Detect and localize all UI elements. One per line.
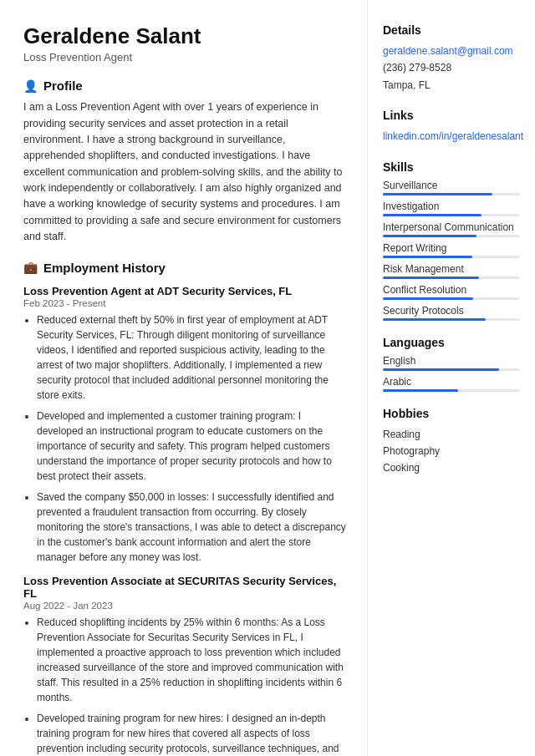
skill-bar-fill-3 xyxy=(383,256,472,258)
skill-bar-fill-1 xyxy=(383,214,482,216)
skill-label-1: Investigation xyxy=(383,200,520,212)
hobby-item-1: Photography xyxy=(383,443,520,459)
links-section-title: Links xyxy=(383,109,520,122)
language-item-0: English xyxy=(383,355,520,371)
job-1-bullets: Reduced external theft by 50% in first y… xyxy=(23,312,349,565)
job-2-bullets: Reduced shoplifting incidents by 25% wit… xyxy=(23,615,349,756)
employment-icon: 💼 xyxy=(23,261,38,274)
skill-label-4: Risk Management xyxy=(383,263,520,275)
skill-label-6: Security Protocols xyxy=(383,305,520,317)
language-label-0: English xyxy=(383,355,520,367)
skill-bar-fill-0 xyxy=(383,193,492,195)
skills-section-title: Skills xyxy=(383,160,520,174)
skill-bar-fill-2 xyxy=(383,235,476,237)
links-linkedin[interactable]: linkedin.com/in/geraldenesalant xyxy=(383,128,520,145)
language-label-1: Arabic xyxy=(383,376,520,388)
right-column: Details geraldene.salant@gmail.com (236)… xyxy=(368,0,535,756)
hobbies-list: ReadingPhotographyCooking xyxy=(383,426,520,477)
skill-bar-bg-1 xyxy=(383,214,520,216)
hobby-item-2: Cooking xyxy=(383,459,520,476)
job-1-bullet-3: Saved the company $50,000 in losses: I s… xyxy=(37,490,349,565)
employment-section-header: 💼 Employment History xyxy=(23,261,349,275)
profile-icon: 👤 xyxy=(23,79,38,93)
skill-item-0: Surveillance xyxy=(383,180,520,195)
job-2-title: Loss Prevention Associate at SECURITAS S… xyxy=(23,575,349,600)
skill-bar-fill-5 xyxy=(383,297,473,300)
skill-item-1: Investigation xyxy=(383,200,520,216)
profile-section-header: 👤 Profile xyxy=(23,79,349,93)
skill-bar-bg-6 xyxy=(383,318,520,321)
skill-bar-fill-4 xyxy=(383,277,479,279)
details-section-title: Details xyxy=(383,23,520,37)
skill-bar-bg-4 xyxy=(383,277,520,279)
skill-label-0: Surveillance xyxy=(383,180,520,191)
language-bar-bg-1 xyxy=(383,389,520,392)
skills-list: Surveillance Investigation Interpersonal… xyxy=(383,180,520,321)
skill-item-3: Report Writing xyxy=(383,242,520,258)
header: Geraldene Salant Loss Prevention Agent xyxy=(23,23,349,63)
skill-bar-bg-5 xyxy=(383,297,520,300)
job-2: Loss Prevention Associate at SECURITAS S… xyxy=(23,575,349,756)
job-2-bullet-2: Developed training program for new hires… xyxy=(37,711,349,756)
profile-section-label: Profile xyxy=(43,79,83,93)
page: Geraldene Salant Loss Prevention Agent 👤… xyxy=(0,0,535,756)
details-location: Tampa, FL xyxy=(383,77,520,94)
skill-item-4: Risk Management xyxy=(383,263,520,279)
job-1-title: Loss Prevention Agent at ADT Security Se… xyxy=(23,285,349,297)
job-1: Loss Prevention Agent at ADT Security Se… xyxy=(23,285,349,565)
skill-item-5: Conflict Resolution xyxy=(383,284,520,300)
languages-list: English Arabic xyxy=(383,355,520,392)
skill-label-5: Conflict Resolution xyxy=(383,284,520,296)
skill-label-2: Interpersonal Communication xyxy=(383,221,520,233)
details-email[interactable]: geraldene.salant@gmail.com xyxy=(383,43,520,59)
skill-item-6: Security Protocols xyxy=(383,305,520,321)
resume-title: Loss Prevention Agent xyxy=(23,51,349,63)
skill-item-2: Interpersonal Communication xyxy=(383,221,520,237)
language-item-1: Arabic xyxy=(383,376,520,392)
language-bar-fill-0 xyxy=(383,368,499,371)
employment-section-label: Employment History xyxy=(43,261,166,275)
skill-bar-bg-3 xyxy=(383,256,520,258)
job-2-dates: Aug 2022 - Jan 2023 xyxy=(23,601,349,611)
skill-bar-bg-0 xyxy=(383,193,520,195)
skill-label-3: Report Writing xyxy=(383,242,520,254)
language-bar-bg-0 xyxy=(383,368,520,371)
details-phone: (236) 279-8528 xyxy=(383,59,520,76)
job-1-bullet-2: Developed and implemented a customer tra… xyxy=(37,408,349,484)
languages-section-title: Languages xyxy=(383,336,520,349)
hobbies-section-title: Hobbies xyxy=(383,407,520,420)
left-column: Geraldene Salant Loss Prevention Agent 👤… xyxy=(0,0,368,756)
profile-text: I am a Loss Prevention Agent with over 1… xyxy=(23,99,349,245)
job-1-dates: Feb 2023 - Present xyxy=(23,298,349,308)
resume-name: Geraldene Salant xyxy=(23,23,349,49)
skill-bar-bg-2 xyxy=(383,235,520,237)
job-2-bullet-1: Reduced shoplifting incidents by 25% wit… xyxy=(37,615,349,705)
hobby-item-0: Reading xyxy=(383,426,520,443)
skill-bar-fill-6 xyxy=(383,318,486,321)
language-bar-fill-1 xyxy=(383,389,458,392)
job-1-bullet-1: Reduced external theft by 50% in first y… xyxy=(37,312,349,403)
